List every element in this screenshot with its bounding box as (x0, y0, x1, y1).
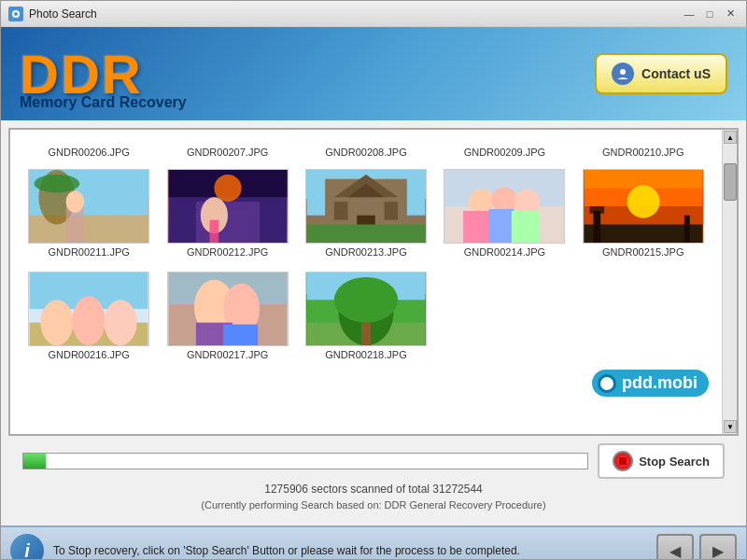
photo-label: GNDR00206.JPG (48, 147, 129, 158)
photo-grid: GNDR00206.JPG GNDR00207.JPG GNDR00208.JP… (10, 130, 722, 434)
list-item[interactable]: GNDR00210.JPG (574, 139, 712, 162)
photo-thumbnail (28, 169, 149, 244)
photo-label: GNDR00215.JPG (602, 246, 684, 258)
svg-point-27 (514, 189, 540, 214)
watermark-dot (598, 374, 616, 393)
photo-row-2: GNDR00211.JPG GNDR00212.JPG (20, 164, 712, 262)
list-item[interactable]: GNDR00216.JPG (20, 267, 158, 365)
photo-label: GNDR00218.JPG (325, 349, 406, 360)
svg-rect-50 (223, 325, 258, 345)
svg-rect-28 (464, 211, 491, 243)
info-icon: i (10, 534, 44, 560)
photo-thumbnail (305, 169, 427, 244)
photo-thumbnail (444, 169, 565, 244)
stop-square (619, 457, 627, 465)
svg-point-1 (14, 12, 18, 16)
svg-rect-36 (593, 211, 600, 243)
list-item[interactable]: GNDR00214.JPG (435, 164, 573, 262)
back-button[interactable]: ◀ (656, 534, 694, 560)
photo-label: GNDR00216.JPG (48, 349, 129, 360)
photo-label: GNDR00211.JPG (48, 246, 129, 258)
list-item[interactable]: GNDR00209.JPG (435, 139, 573, 162)
watermark: pdd.mobi (592, 370, 709, 397)
svg-rect-33 (584, 170, 702, 189)
list-item[interactable]: GNDR00207.JPG (158, 139, 296, 162)
svg-rect-37 (589, 206, 604, 214)
svg-point-2 (620, 69, 626, 75)
watermark-text: pdd.mobi (622, 373, 698, 393)
svg-rect-30 (512, 211, 539, 243)
scroll-down-button[interactable]: ▼ (724, 420, 737, 433)
progress-text: 1275906 sectors scanned of total 3127254… (22, 483, 725, 496)
photo-thumbnail (305, 272, 427, 346)
stop-search-button[interactable]: Stop Search (598, 443, 725, 479)
status-bar: i To Stop recovery, click on 'Stop Searc… (1, 525, 746, 560)
header-right: Contact uS (595, 53, 727, 94)
list-item[interactable]: GNDR00211.JPG (20, 164, 158, 262)
scrollbar-thumb[interactable] (724, 163, 737, 201)
svg-rect-29 (489, 209, 514, 243)
window-controls: — □ ✕ (681, 6, 739, 22)
minimize-button[interactable]: — (681, 6, 698, 22)
close-button[interactable]: ✕ (722, 6, 739, 22)
stop-label: Stop Search (639, 455, 710, 469)
svg-point-8 (66, 190, 85, 212)
svg-point-44 (105, 300, 137, 345)
svg-rect-56 (361, 323, 371, 345)
svg-point-11 (214, 175, 241, 202)
progress-bar (22, 453, 588, 469)
svg-point-26 (492, 188, 517, 213)
progress-fill (23, 454, 46, 469)
photo-label: GNDR00214.JPG (464, 246, 545, 258)
photo-label: GNDR00209.JPG (464, 147, 545, 158)
progress-area: Stop Search 1275906 sectors scanned of t… (8, 436, 739, 518)
scrollbar[interactable]: ▲ ▼ (722, 130, 737, 434)
status-message: To Stop recovery, click on 'Stop Search'… (53, 544, 647, 557)
list-item[interactable]: GNDR00217.JPG (158, 267, 296, 365)
stop-icon (613, 451, 633, 471)
contact-label: Contact uS (641, 66, 711, 81)
header: DDR Contact uS Memory Card Recovery (1, 27, 746, 120)
svg-rect-22 (307, 225, 426, 244)
photo-thumbnail (167, 169, 289, 244)
maximize-button[interactable]: □ (701, 6, 718, 22)
list-item[interactable]: GNDR00206.JPG (20, 139, 158, 162)
svg-rect-20 (334, 202, 348, 220)
list-item[interactable]: GNDR00208.JPG (297, 139, 435, 162)
photo-thumbnail (583, 169, 704, 244)
app-icon (8, 7, 23, 21)
svg-point-42 (41, 300, 74, 345)
svg-point-6 (35, 175, 80, 193)
contact-button[interactable]: Contact uS (595, 53, 727, 94)
photo-label: GNDR00217.JPG (187, 349, 268, 360)
titlebar: Photo Search — □ ✕ (1, 1, 746, 27)
photo-thumbnail (28, 272, 149, 346)
photo-label: GNDR00212.JPG (187, 246, 268, 258)
svg-point-55 (334, 277, 398, 323)
photo-label: GNDR00207.JPG (187, 147, 268, 158)
progress-subtext: (Currently performing Search based on: D… (22, 499, 725, 511)
svg-rect-14 (209, 220, 218, 243)
svg-rect-38 (684, 216, 690, 243)
contact-icon (612, 63, 634, 85)
nav-buttons: ◀ ▶ (656, 534, 737, 560)
list-item[interactable]: GNDR00215.JPG (574, 164, 712, 262)
photo-grid-container: GNDR00206.JPG GNDR00207.JPG GNDR00208.JP… (8, 128, 739, 436)
photo-label: GNDR00213.JPG (325, 246, 406, 258)
photo-row-1-labels: GNDR00206.JPG GNDR00207.JPG GNDR00208.JP… (20, 139, 712, 162)
forward-button[interactable]: ▶ (699, 534, 737, 560)
progress-row: Stop Search (22, 443, 725, 479)
photo-row-3: GNDR00216.JPG GNDR00217.JPG (20, 267, 712, 365)
scroll-up-button[interactable]: ▲ (724, 131, 737, 144)
list-item[interactable]: GNDR00218.JPG (297, 267, 435, 365)
window-title: Photo Search (29, 7, 681, 21)
svg-point-43 (73, 296, 106, 345)
svg-point-34 (627, 186, 659, 218)
list-item[interactable]: GNDR00213.JPG (297, 164, 435, 262)
main-content: GNDR00206.JPG GNDR00207.JPG GNDR00208.JP… (1, 120, 746, 525)
photo-label: GNDR00208.JPG (325, 147, 406, 158)
app-subtitle: Memory Card Recovery (20, 94, 187, 111)
svg-rect-21 (384, 202, 398, 220)
list-item[interactable]: GNDR00212.JPG (158, 164, 296, 262)
photo-label: GNDR00210.JPG (602, 147, 684, 158)
